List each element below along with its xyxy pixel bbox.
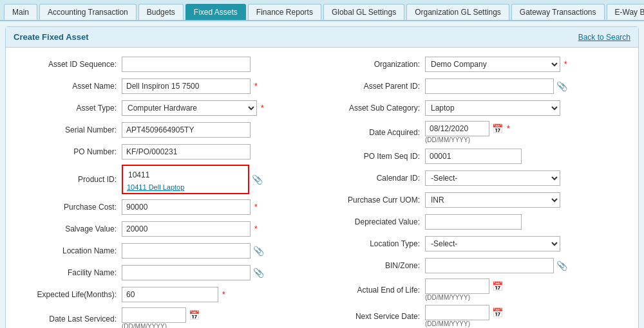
asset-id-sequence-input[interactable] — [122, 57, 251, 72]
date-last-serviced-input[interactable] — [122, 307, 186, 323]
tab-global-gl[interactable]: Global GL Settings — [323, 4, 404, 20]
product-id-suggestion[interactable]: 10411 Dell Laptop — [124, 183, 247, 192]
facility-name-input[interactable] — [122, 265, 251, 280]
asset-sub-category-label: Asset Sub Category: — [322, 104, 425, 113]
next-service-date-group: 📅 (DD/MM/YYYY) — [425, 305, 503, 327]
asset-parent-id-input[interactable] — [425, 78, 554, 94]
location-name-field: 📎 — [122, 243, 322, 259]
asset-parent-id-attach-icon[interactable]: 📎 — [556, 81, 567, 91]
date-last-serviced-input-row: 📅 — [122, 307, 200, 323]
bin-zone-attach-icon[interactable]: 📎 — [556, 260, 567, 271]
date-acquired-label: Date Acquired: — [322, 128, 425, 137]
form-container: Asset ID Sequence: Asset Name: * Asset T… — [6, 48, 638, 328]
organization-label: Organization: — [322, 60, 425, 69]
actual-end-of-life-label: Actual End of Life: — [322, 286, 425, 295]
location-type-select[interactable]: -Select- — [425, 236, 560, 251]
salvage-value-row: Salvage Value: * — [19, 220, 322, 238]
asset-type-select[interactable]: Computer Hardware — [122, 100, 257, 116]
po-number-input[interactable] — [122, 144, 251, 159]
actual-end-of-life-field: 📅 (DD/MM/YYYY) — [425, 278, 625, 301]
asset-sub-category-row: Asset Sub Category: Laptop — [322, 99, 625, 117]
bin-zone-input[interactable] — [425, 258, 554, 273]
next-service-date-row: Next Service Date: 📅 (DD/MM/YYYY) — [322, 305, 625, 327]
main-content: Create Fixed Asset Back to Search Asset … — [5, 26, 639, 328]
facility-name-label: Facility Name: — [19, 268, 122, 277]
next-service-date-input[interactable] — [425, 305, 489, 320]
tab-org-gl[interactable]: Organization GL Settings — [406, 4, 509, 20]
organization-select[interactable]: Demo Company — [425, 57, 560, 72]
bin-zone-field: 📎 — [425, 258, 625, 273]
depreciated-value-row: Depreciated Value: — [322, 213, 625, 231]
product-id-input[interactable] — [124, 167, 247, 183]
page-title: Create Fixed Asset — [14, 32, 89, 42]
expected-life-row: Expected Life(Months): * — [19, 286, 322, 304]
product-id-field: 10411 Dell Laptop 📎 — [122, 165, 322, 194]
purchase-curr-uom-label: Purchase Curr UOM: — [322, 196, 425, 205]
po-item-seq-id-row: PO Item Seq ID: — [322, 147, 625, 165]
date-last-serviced-hint: (DD/MM/YYYY) — [122, 323, 200, 328]
purchase-curr-uom-select[interactable]: INR — [425, 192, 560, 208]
calendar-id-select[interactable]: -Select- — [425, 170, 560, 186]
page-header: Create Fixed Asset Back to Search — [6, 27, 638, 48]
date-acquired-hint: (DD/MM/YYYY) — [425, 136, 510, 143]
asset-id-sequence-row: Asset ID Sequence: — [19, 55, 322, 73]
form-left: Asset ID Sequence: Asset Name: * Asset T… — [19, 55, 322, 328]
asset-id-sequence-field — [122, 57, 322, 72]
po-item-seq-id-input[interactable] — [425, 149, 522, 164]
tab-budgets[interactable]: Budgets — [138, 4, 184, 20]
expected-life-required: * — [222, 290, 225, 299]
expected-life-input[interactable] — [122, 287, 218, 302]
expected-life-field: * — [122, 287, 322, 302]
salvage-value-input[interactable] — [122, 221, 251, 237]
purchase-cost-required: * — [254, 203, 258, 212]
date-last-serviced-row: Date Last Serviced: 📅 (DD/MM/YYYY) — [19, 307, 322, 328]
asset-name-input[interactable] — [122, 78, 251, 94]
product-id-attach-icon[interactable]: 📎 — [252, 174, 263, 185]
product-id-wrapper: 10411 Dell Laptop — [122, 165, 249, 194]
purchase-cost-row: Purchase Cost: * — [19, 198, 322, 216]
date-acquired-calendar-icon[interactable]: 📅 — [492, 123, 503, 134]
po-item-seq-id-field — [425, 149, 625, 164]
depreciated-value-field — [425, 214, 625, 230]
asset-parent-id-field: 📎 — [425, 78, 625, 94]
product-id-row: Product ID: 10411 Dell Laptop 📎 — [19, 165, 322, 194]
calendar-id-field: -Select- — [425, 170, 625, 186]
salvage-value-required: * — [254, 224, 258, 233]
location-name-row: Location Name: 📎 — [19, 242, 322, 260]
organization-row: Organization: Demo Company * — [322, 55, 625, 73]
asset-sub-category-select[interactable]: Laptop — [425, 100, 560, 116]
location-name-attach-icon[interactable]: 📎 — [253, 246, 264, 256]
organization-field: Demo Company * — [425, 57, 625, 72]
back-to-search-link[interactable]: Back to Search — [578, 33, 630, 42]
date-acquired-field: 📅 * (DD/MM/YYYY) — [425, 121, 625, 143]
facility-name-row: Facility Name: 📎 — [19, 264, 322, 282]
po-number-label: PO Number: — [19, 147, 122, 156]
next-service-date-calendar-icon[interactable]: 📅 — [492, 307, 503, 318]
date-acquired-input[interactable] — [425, 121, 489, 136]
actual-end-of-life-input[interactable] — [425, 278, 489, 294]
purchase-cost-input[interactable] — [122, 199, 251, 215]
tab-fixed-assets[interactable]: Fixed Assets — [185, 4, 246, 20]
facility-name-attach-icon[interactable]: 📎 — [253, 268, 264, 278]
date-last-serviced-calendar-icon[interactable]: 📅 — [189, 310, 200, 320]
asset-type-required: * — [261, 104, 264, 113]
date-last-serviced-label: Date Last Serviced: — [19, 314, 122, 323]
tab-finance-reports[interactable]: Finance Reports — [248, 4, 321, 20]
serial-number-input[interactable] — [122, 122, 251, 138]
depreciated-value-input[interactable] — [425, 214, 522, 230]
facility-name-field: 📎 — [122, 265, 322, 280]
actual-end-of-life-calendar-icon[interactable]: 📅 — [492, 281, 503, 291]
salvage-value-field: * — [122, 221, 322, 237]
next-service-date-input-row: 📅 — [425, 305, 503, 320]
tab-eway[interactable]: E-Way Bill — [607, 4, 644, 20]
product-id-label: Product ID: — [19, 175, 122, 184]
tab-main[interactable]: Main — [4, 4, 37, 20]
serial-number-label: Serial Number: — [19, 125, 122, 134]
location-name-input[interactable] — [122, 243, 251, 259]
asset-type-row: Asset Type: Computer Hardware * — [19, 99, 322, 117]
po-item-seq-id-label: PO Item Seq ID: — [322, 152, 425, 161]
tab-gateway[interactable]: Gateway Transactions — [511, 4, 605, 20]
asset-type-label: Asset Type: — [19, 104, 122, 113]
tab-accounting[interactable]: Accounting Transaction — [39, 4, 137, 20]
actual-end-of-life-row: Actual End of Life: 📅 (DD/MM/YYYY) — [322, 278, 625, 301]
